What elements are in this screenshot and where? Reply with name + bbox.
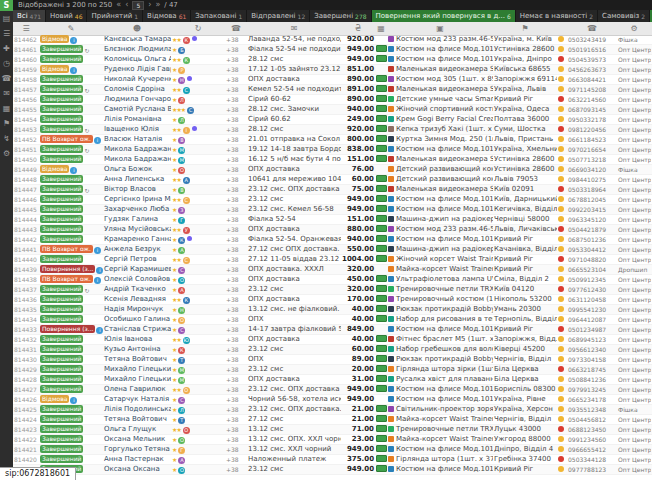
table-row[interactable]: 814458ЗавершенийНиколай Кучеренко★Н+38ОП… <box>13 75 652 85</box>
app-logo[interactable]: S <box>0 0 13 11</box>
client-name[interactable]: Коломієць Ольга Ар. <box>103 55 171 64</box>
table-row[interactable]: 814446ЗавершенийСергієнко Ірина Мих.★★С+… <box>13 195 652 205</box>
history-icon[interactable]: ◷ <box>0 56 13 71</box>
client-name[interactable]: Блєзнюк Людмила А. <box>103 45 171 54</box>
client-name[interactable]: Лілія Подолинська <box>103 405 171 414</box>
client-name[interactable]: Захарченко Люба <box>103 205 171 214</box>
status-tab[interactable]: Всі471 <box>13 10 46 22</box>
column-header-client client-icon[interactable]: ☻ <box>103 22 171 35</box>
table-row[interactable]: 814445ЗавершенийЗахарченко Люба★З+3823.1… <box>13 205 652 215</box>
client-name[interactable]: Тетяна Войтович <box>103 415 171 424</box>
mail-icon[interactable]: ✉ <box>0 86 13 101</box>
table-row[interactable]: 814448ЗавершенийАнна Липенська★★А+381064… <box>13 175 652 185</box>
calls-icon[interactable]: ☎ <box>0 71 13 86</box>
table-row[interactable]: 814457Завершений↻Соломія Сдоріна★★С+38Ке… <box>13 85 652 95</box>
column-header-delivery delivery-icon[interactable]: ⚑ <box>493 22 557 35</box>
client-name[interactable]: Ольга Божок <box>103 165 171 174</box>
client-name[interactable]: Уляна Мусійовська <box>103 225 171 234</box>
table-row[interactable]: 814441ПВ Возврат ож.iАнжела Безрук★А+382… <box>13 245 652 255</box>
table-row[interactable]: 814422ЗавершенийОксана Мельник★О+3813.12… <box>13 435 652 445</box>
table-row[interactable]: 814431ЗавершенийКузьо Антоніна★К+3823.12… <box>13 345 652 355</box>
client-name[interactable]: Микола Бадражан <box>103 145 171 154</box>
table-row[interactable]: 814454ЗавершенийЛілія Романівна★Л+38Сіри… <box>13 115 652 125</box>
client-name[interactable]: Іващенко Юлія <box>103 125 171 134</box>
status-tab[interactable]: Запаковані1 <box>191 10 247 22</box>
info-icon[interactable]: i <box>70 167 77 174</box>
stats-icon[interactable]: ↯ <box>0 131 13 146</box>
client-name[interactable]: Ольга Глущук <box>103 425 171 434</box>
client-name[interactable]: Тетяна Войтович <box>103 355 171 364</box>
client-name[interactable]: Лілія Романівна <box>103 115 171 124</box>
table-row[interactable]: 814437Завершений↻Андрій Ткаченко★А+3823.… <box>13 285 652 295</box>
table-row[interactable]: 814443ЗавершенийУляна Мусійовська★★У+38О… <box>13 225 652 235</box>
column-header-products products-icon[interactable]: ▣ <box>387 22 493 35</box>
info-icon[interactable]: i <box>70 397 77 404</box>
client-name[interactable]: Канєвська Тамара <box>103 35 171 44</box>
refresh-icon[interactable]: ↻ <box>84 127 89 134</box>
refresh-icon[interactable]: ↻ <box>84 147 89 154</box>
table-row[interactable]: 814450ЗавершенийМикола Бадражан★М+3816.1… <box>13 155 652 165</box>
client-name[interactable]: Віктор Власов <box>103 185 171 194</box>
column-header-status status-icon[interactable]: ✎ <box>39 22 103 35</box>
status-tab[interactable]: Повернення який повернувся в д...6 <box>372 10 516 22</box>
client-name[interactable]: Анна Липенська <box>103 175 171 184</box>
status-tab[interactable]: Завершені278 <box>310 10 371 22</box>
client-name[interactable]: Оксана Оксана <box>103 465 171 474</box>
client-name[interactable]: Надія Мирончук <box>103 305 171 314</box>
info-icon[interactable]: i <box>70 67 77 74</box>
table-row[interactable]: 814419ЗавершенийОксана Оксана★О+3823.12 … <box>13 465 652 475</box>
info-icon[interactable]: i <box>94 277 101 284</box>
client-name[interactable]: Анжела Безрук <box>103 245 171 254</box>
client-name[interactable]: Олена Гаврилюк <box>103 385 171 394</box>
client-name[interactable]: Оксана Мельник <box>103 435 171 444</box>
table-row[interactable]: 814449ВідмоваiОльга Божок★О+38ОПХ достав… <box>13 165 652 175</box>
table-row[interactable]: 814455ЗавершенийСамотій Руслана Вол.★★★С… <box>13 105 652 115</box>
table-row[interactable]: 814435ЗавершенийНадія Мирончук★Н+3813.12… <box>13 305 652 315</box>
table-row[interactable]: 814434ЗавершенийОсобишко Галина Вас.★О+3… <box>13 315 652 325</box>
add-order-icon[interactable]: ✚ <box>0 41 13 56</box>
client-name[interactable]: Михайло Гілецький <box>103 365 171 374</box>
table-row[interactable]: 814421ЗавершенийГоргулько Тетяна В.★Г+38… <box>13 445 652 455</box>
client-name[interactable]: Гудзяк Галина <box>103 215 171 224</box>
client-name[interactable]: Николай Кучеренко <box>103 75 171 84</box>
refresh-icon[interactable]: ↻ <box>84 87 89 94</box>
column-header-comment comment-icon[interactable]: ✉ <box>247 22 341 35</box>
table-row[interactable]: 814428ЗавершенийМихайло Гілецький★М+38ОП… <box>13 375 652 385</box>
table-row[interactable]: 814429ЗавершенийМихайло Гілецький★М+3823… <box>13 365 652 375</box>
column-header-phone2 phone2-icon[interactable]: ☎ <box>567 22 617 35</box>
table-row[interactable]: 814462ВідмоваiКанєвська Тамара★★К+38Лава… <box>13 35 652 45</box>
client-name[interactable]: Сергій Петров <box>103 255 171 264</box>
client-name[interactable]: Анна Пастернак <box>103 455 171 464</box>
info-icon[interactable]: i <box>70 37 77 44</box>
client-name[interactable]: Юлія Іванова <box>103 335 171 344</box>
client-name[interactable]: Станіслав Стрижак <box>103 325 171 334</box>
table-row[interactable]: 814423ЗавершенийОльга Глущук★★О+3813.12 … <box>13 425 652 435</box>
table-row[interactable]: 814452ПВ Возврат ож.iВласюк Наталія★В+38… <box>13 135 652 145</box>
menu-icon[interactable]: ▤ <box>0 11 13 26</box>
status-tab[interactable]: Немає в наявності2 <box>516 10 598 22</box>
column-header-payment payment-icon[interactable]: ▦ <box>375 22 387 35</box>
table-row[interactable]: 814461Завершений↻Блєзнюк Людмила А.★Б+38… <box>13 45 652 55</box>
reports-icon[interactable]: ⚑ <box>0 116 13 131</box>
page-number-input[interactable]: 5 <box>132 1 144 10</box>
refresh-icon[interactable]: ↻ <box>84 287 89 294</box>
table-row[interactable]: 814433Повернення (з...iСтаніслав Стрижак… <box>13 325 652 335</box>
table-row[interactable]: 814453Завершений↻Іващенко Юлія★★І+3828.1… <box>13 125 652 135</box>
orders-icon[interactable]: ☰ <box>0 26 13 41</box>
refresh-icon[interactable]: ↻ <box>84 47 89 54</box>
status-tab[interactable]: Самовивіз2 <box>598 10 650 22</box>
products-icon[interactable]: ▦ <box>0 101 13 116</box>
info-icon[interactable]: i <box>94 247 101 254</box>
table-row[interactable]: 814439Повернення (з...iСергій Карамишев★… <box>13 265 652 275</box>
client-name[interactable]: Самотій Руслана Вол. <box>103 105 171 114</box>
table-row[interactable]: 814440ЗавершенийСергій Петров★★С+3827.12… <box>13 255 652 265</box>
status-tab[interactable]: Прийнятий1 <box>87 10 143 22</box>
table-row[interactable]: 814456ЗавершенийЛюдмила Гончарова★Л+38Сі… <box>13 95 652 105</box>
client-name[interactable]: Власюк Наталія <box>103 135 171 144</box>
client-name[interactable]: Руденко Лідія Гаврил. <box>103 65 171 74</box>
table-row[interactable]: 814420ЗавершенийАнна Пастернак★А+38Налож… <box>13 455 652 465</box>
table-row[interactable]: 814438ПВ Возврат ож.iОлексій Соловйов★О+… <box>13 275 652 285</box>
table-row[interactable]: 814426ВідмоваiСатарчук Наталія Гр.★С+38Ч… <box>13 395 652 405</box>
table-row[interactable]: 814459ВідмоваiРуденко Лідія Гаврил.★Р+38… <box>13 65 652 75</box>
last-page-button[interactable]: » <box>155 0 160 10</box>
